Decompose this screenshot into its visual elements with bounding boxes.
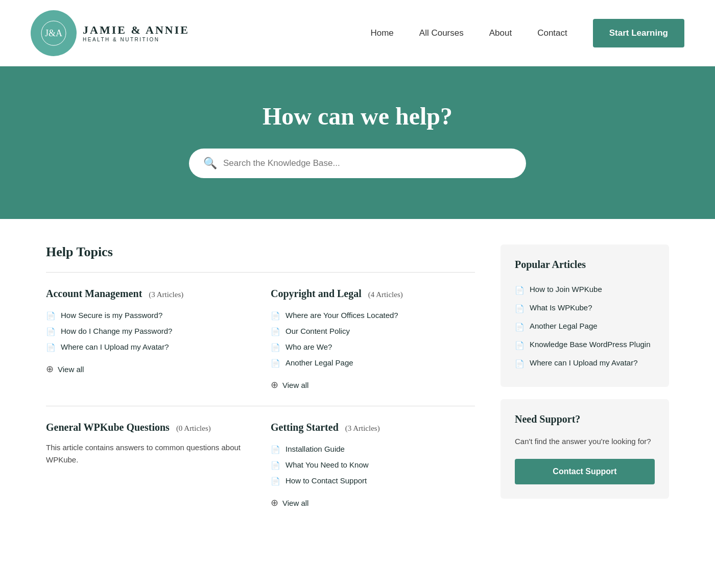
article-icon: 📄 bbox=[271, 359, 280, 368]
topics-grid: Account Management (3 Articles) 📄 How Se… bbox=[46, 272, 475, 524]
topic-heading-legal: Copyright and Legal (4 Articles) bbox=[271, 288, 465, 300]
article-icon: 📄 bbox=[515, 341, 525, 350]
topic-getting-started: Getting Started (3 Articles) 📄 Installat… bbox=[260, 406, 475, 524]
nav-contact[interactable]: Contact bbox=[537, 28, 567, 38]
main-content: Help Topics Account Management (3 Articl… bbox=[15, 219, 700, 549]
topic-general-wpkube: General WPKube Questions (0 Articles) Th… bbox=[46, 406, 260, 524]
circle-plus-icon: ⊕ bbox=[271, 497, 278, 508]
topic-account-management: Account Management (3 Articles) 📄 How Se… bbox=[46, 272, 260, 406]
article-icon: 📄 bbox=[271, 461, 280, 470]
list-item[interactable]: 📄 What You Need to Know bbox=[271, 457, 465, 473]
popular-articles-list: 📄 How to Join WPKube 📄 What Is WPKube? 📄… bbox=[515, 281, 655, 373]
logo-circle: J&A bbox=[31, 10, 77, 56]
search-input[interactable] bbox=[223, 158, 512, 168]
logo-icon: J&A bbox=[40, 20, 67, 46]
topic-description-general: This article contains answers to common … bbox=[46, 442, 250, 466]
topic-heading-general: General WPKube Questions (0 Articles) bbox=[46, 422, 250, 433]
left-column: Help Topics Account Management (3 Articl… bbox=[46, 244, 475, 524]
hero-section: How can we help? 🔍 bbox=[0, 66, 715, 219]
topic-heading-getting-started: Getting Started (3 Articles) bbox=[271, 422, 465, 433]
article-icon: 📄 bbox=[271, 343, 280, 352]
topic-copyright-legal: Copyright and Legal (4 Articles) 📄 Where… bbox=[260, 272, 475, 406]
header: J&A JAMIE & ANNIE HEALTH & NUTRITION Hom… bbox=[0, 0, 715, 66]
list-item[interactable]: 📄 Where are Your Offices Located? bbox=[271, 308, 465, 324]
nav-about[interactable]: About bbox=[489, 28, 512, 38]
topic-count-getting-started: (3 Articles) bbox=[345, 424, 380, 432]
article-icon: 📄 bbox=[46, 343, 56, 352]
logo-main-text: JAMIE & ANNIE bbox=[83, 23, 189, 37]
list-item[interactable]: 📄 How do I Change my Password? bbox=[46, 324, 250, 339]
list-item[interactable]: 📄 Our Content Policy bbox=[271, 324, 465, 339]
article-icon: 📄 bbox=[46, 311, 56, 321]
logo: J&A JAMIE & ANNIE HEALTH & NUTRITION bbox=[31, 10, 189, 56]
article-list-getting-started: 📄 Installation Guide 📄 What You Need to … bbox=[271, 442, 465, 489]
view-all-legal[interactable]: ⊕ View all bbox=[271, 379, 465, 390]
need-support-title: Need Support? bbox=[515, 413, 655, 425]
search-bar: 🔍 bbox=[189, 149, 526, 178]
start-learning-button[interactable]: Start Learning bbox=[593, 19, 684, 47]
popular-articles-card: Popular Articles 📄 How to Join WPKube 📄 … bbox=[500, 244, 669, 387]
article-icon: 📄 bbox=[515, 286, 525, 295]
circle-plus-icon: ⊕ bbox=[271, 379, 278, 390]
main-nav: Home All Courses About Contact Start Lea… bbox=[370, 19, 684, 47]
popular-articles-title: Popular Articles bbox=[515, 259, 655, 271]
article-list-legal: 📄 Where are Your Offices Located? 📄 Our … bbox=[271, 308, 465, 371]
article-icon: 📄 bbox=[46, 327, 56, 336]
article-icon: 📄 bbox=[271, 445, 280, 454]
topic-heading-account: Account Management (3 Articles) bbox=[46, 288, 250, 300]
hero-title: How can we help? bbox=[10, 102, 705, 130]
topic-count-account: (3 Articles) bbox=[149, 290, 183, 299]
article-icon: 📄 bbox=[515, 304, 525, 313]
nav-home[interactable]: Home bbox=[370, 28, 393, 38]
article-icon: 📄 bbox=[515, 323, 525, 332]
topic-count-legal: (4 Articles) bbox=[368, 290, 403, 299]
list-item[interactable]: 📄 Another Legal Page bbox=[515, 317, 655, 336]
view-all-account[interactable]: ⊕ View all bbox=[46, 363, 250, 375]
contact-support-button[interactable]: Contact Support bbox=[515, 459, 655, 484]
search-icon: 🔍 bbox=[203, 157, 217, 170]
list-item[interactable]: 📄 Knowledge Base WordPress Plugin bbox=[515, 336, 655, 354]
sidebar: Popular Articles 📄 How to Join WPKube 📄 … bbox=[500, 244, 669, 524]
list-item[interactable]: 📄 How to Join WPKube bbox=[515, 281, 655, 299]
need-support-card: Need Support? Can't find the answer you'… bbox=[500, 399, 669, 499]
list-item[interactable]: 📄 Another Legal Page bbox=[271, 355, 465, 371]
svg-text:J&A: J&A bbox=[45, 28, 62, 38]
logo-text: JAMIE & ANNIE HEALTH & NUTRITION bbox=[83, 23, 189, 42]
list-item[interactable]: 📄 How Secure is my Password? bbox=[46, 308, 250, 324]
article-icon: 📄 bbox=[271, 477, 280, 486]
article-icon: 📄 bbox=[271, 311, 280, 321]
topic-count-general: (0 Articles) bbox=[176, 424, 211, 432]
help-topics-title: Help Topics bbox=[46, 244, 475, 260]
list-item[interactable]: 📄 Who are We? bbox=[271, 339, 465, 355]
list-item[interactable]: 📄 How to Contact Support bbox=[271, 473, 465, 489]
article-icon: 📄 bbox=[515, 359, 525, 369]
support-description: Can't find the answer you're looking for… bbox=[515, 435, 655, 448]
nav-all-courses[interactable]: All Courses bbox=[419, 28, 464, 38]
list-item[interactable]: 📄 Where can I Upload my Avatar? bbox=[46, 339, 250, 355]
article-icon: 📄 bbox=[271, 327, 280, 336]
view-all-getting-started[interactable]: ⊕ View all bbox=[271, 497, 465, 508]
article-list-account: 📄 How Secure is my Password? 📄 How do I … bbox=[46, 308, 250, 355]
list-item[interactable]: 📄 Installation Guide bbox=[271, 442, 465, 457]
list-item[interactable]: 📄 Where can I Upload my Avatar? bbox=[515, 354, 655, 373]
logo-sub-text: HEALTH & NUTRITION bbox=[83, 37, 189, 42]
circle-plus-icon: ⊕ bbox=[46, 363, 54, 375]
list-item[interactable]: 📄 What Is WPKube? bbox=[515, 299, 655, 317]
